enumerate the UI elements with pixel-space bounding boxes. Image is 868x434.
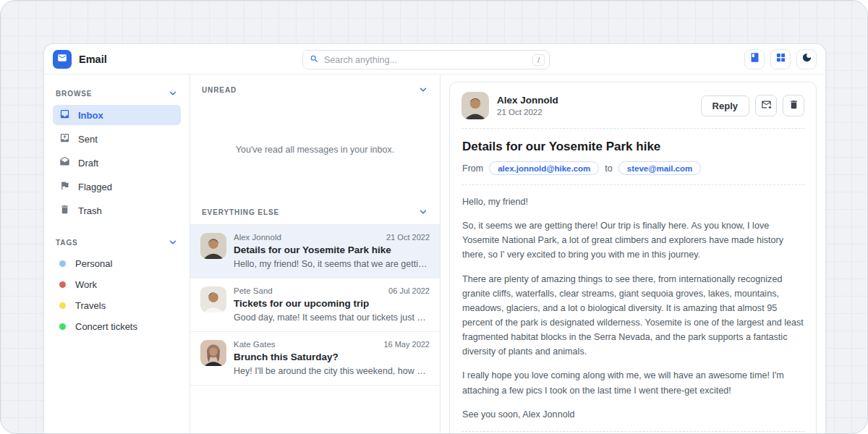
sidebar-item-label: Inbox	[78, 110, 103, 121]
sidebar-item-label: Trash	[78, 205, 102, 216]
avatar	[200, 233, 226, 259]
trash-icon	[788, 99, 799, 113]
browse-collapse-chevron-down-icon[interactable]	[168, 88, 178, 98]
mail-body: Hello, my friend! So, it seems we are ge…	[450, 195, 816, 422]
email-app-window: Email / BROW	[43, 43, 826, 434]
tag-label: Travels	[75, 300, 106, 311]
mail-date: 21 Oct 2022	[386, 233, 430, 242]
mail-list-column: UNREAD You've read all messages in your …	[190, 75, 441, 434]
sidebar-item-trash[interactable]: Trash	[53, 200, 181, 221]
book-icon	[749, 52, 760, 66]
everything-else-section-header: EVERYTHING ELSE	[190, 197, 440, 224]
tag-item-work[interactable]: Work	[53, 275, 181, 294]
envelope-icon	[57, 53, 67, 66]
unread-empty-message: You've read all messages in your inbox.	[190, 102, 440, 197]
from-label: From	[462, 163, 483, 174]
tag-item-concert-tickets[interactable]: Concert tickets	[53, 317, 181, 336]
app-title: Email	[79, 54, 107, 65]
sidebar-item-draft[interactable]: Draft	[53, 153, 181, 173]
mail-date: 16 May 2022	[383, 340, 430, 349]
mail-subject: Tickets for our upcoming trip	[234, 298, 430, 309]
sidebar-item-inbox[interactable]: Inbox	[53, 105, 181, 125]
search-shortcut-key: /	[532, 54, 545, 66]
mail-preview: Hello, my friend! So, it seems that we a…	[234, 259, 430, 269]
mail-subject: Details for our Yosemite Park hike	[234, 244, 430, 255]
from-to-row: From alex.jonnold@hike.com to steve@mail…	[462, 161, 804, 175]
inbox-icon	[59, 109, 70, 122]
sidebar-item-flagged[interactable]: Flagged	[53, 176, 181, 197]
everything-else-collapse-chevron-down-icon[interactable]	[418, 207, 428, 217]
detail-subject: Details for our Yosemite Park hike	[462, 140, 804, 154]
forward-to-inbox-icon	[761, 99, 772, 113]
mail-list-item-kate[interactable]: Kate Gates 16 May 2022 Brunch this Satur…	[190, 332, 440, 386]
body-paragraph: Hello, my friend!	[462, 195, 804, 209]
sidebar-item-label: Draft	[78, 158, 98, 169]
page-background: Email / BROW	[0, 0, 868, 434]
search-bar: /	[302, 50, 550, 69]
apps-grid-button[interactable]	[770, 49, 791, 69]
tags-section-header: TAGS	[53, 232, 181, 254]
search-input[interactable]	[324, 55, 532, 65]
tag-dot	[59, 260, 66, 267]
reply-button[interactable]: Reply	[701, 95, 749, 116]
from-email-chip[interactable]: alex.jonnold@hike.com	[489, 161, 599, 175]
mail-detail-header: Alex Jonnold 21 Oct 2022 Reply	[450, 82, 816, 128]
browse-label: BROWSE	[56, 90, 92, 98]
forward-button[interactable]	[755, 95, 777, 116]
mail-preview: Hey! I'll be around the city this weeken…	[234, 366, 430, 376]
avatar	[461, 92, 489, 119]
apps-grid-icon	[775, 52, 786, 66]
tags-label: TAGS	[56, 239, 78, 247]
sidebar-item-label: Sent	[78, 134, 98, 145]
mail-detail-card: Alex Jonnold 21 Oct 2022 Reply	[449, 82, 817, 434]
tag-dot	[59, 323, 66, 330]
topbar-actions	[744, 49, 817, 69]
tag-label: Personal	[75, 258, 112, 269]
top-bar: Email /	[44, 44, 825, 75]
trash-icon	[59, 204, 70, 217]
mail-sender: Pete Sand	[234, 286, 273, 295]
body-paragraph: There are plenty of amazing things to se…	[462, 272, 804, 359]
delete-button[interactable]	[783, 95, 804, 116]
dark-mode-toggle[interactable]	[796, 49, 817, 69]
everything-else-label: EVERYTHING ELSE	[202, 208, 279, 216]
detail-date: 21 Oct 2022	[497, 108, 558, 116]
sidebar-item-sent[interactable]: Sent	[53, 129, 181, 149]
tag-dot	[59, 281, 66, 288]
body-paragraph: I really hope you love coming along with…	[462, 368, 804, 397]
divider	[461, 431, 804, 432]
body-paragraph: See you soon, Alex Jonnold	[462, 407, 804, 422]
unread-label: UNREAD	[202, 86, 237, 94]
mail-sender: Kate Gates	[234, 340, 276, 349]
tag-label: Concert tickets	[75, 321, 137, 332]
to-label: to	[605, 163, 612, 174]
drafts-icon	[59, 156, 70, 169]
divider	[461, 184, 804, 185]
tag-item-travels[interactable]: Travels	[53, 296, 181, 315]
avatar	[200, 340, 226, 366]
mail-list-item-pete[interactable]: Pete Sand 06 Jul 2022 Tickets for our up…	[190, 278, 440, 332]
flag-icon	[59, 180, 70, 193]
to-email-chip[interactable]: steve@mail.com	[618, 161, 701, 175]
tag-item-personal[interactable]: Personal	[53, 254, 181, 273]
divider	[461, 128, 804, 129]
browse-section-header: BROWSE	[53, 83, 181, 105]
body-paragraph: So, it seems we are getting there! Our t…	[462, 218, 804, 262]
mail-sender: Alex Jonnold	[234, 233, 281, 242]
avatar	[200, 286, 226, 312]
mail-list-item-alex[interactable]: Alex Jonnold 21 Oct 2022 Details for our…	[190, 224, 440, 278]
sidebar: BROWSE Inbox Sent Draft Flagged	[44, 75, 190, 434]
tags-collapse-chevron-down-icon[interactable]	[168, 237, 178, 247]
mail-date: 06 Jul 2022	[388, 286, 430, 295]
moon-icon	[801, 52, 812, 66]
app-logo-button[interactable]	[53, 50, 72, 69]
book-button[interactable]	[744, 49, 765, 69]
tag-dot	[59, 302, 66, 309]
outbox-icon	[59, 132, 70, 145]
detail-sender-name: Alex Jonnold	[497, 95, 558, 106]
tag-label: Work	[75, 279, 97, 290]
unread-collapse-chevron-down-icon[interactable]	[418, 85, 428, 95]
mail-detail-column: Alex Jonnold 21 Oct 2022 Reply	[441, 75, 825, 434]
mail-preview: Good day, mate! It seems that our ticket…	[234, 312, 430, 323]
search-icon	[310, 54, 319, 67]
